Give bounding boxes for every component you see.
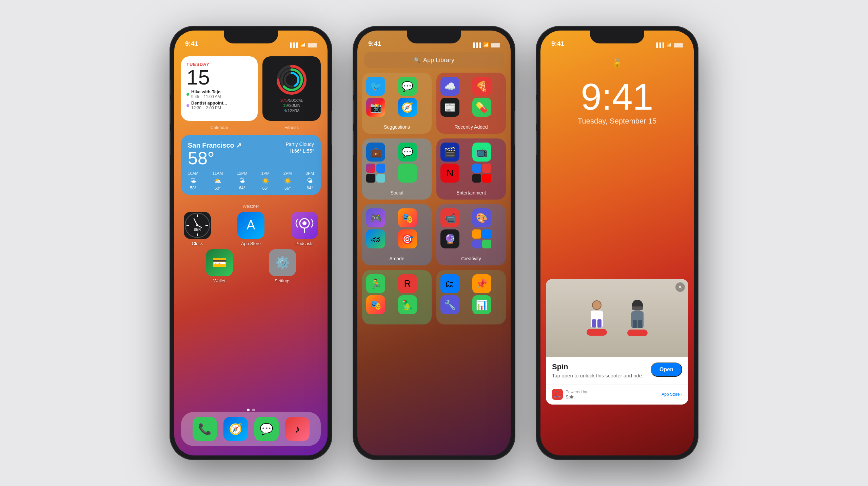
weather-hourly: 10AM 🌤 58° 11AM ⛅ 60° 12PM 🌤 64° 1PM ☀️ [188, 171, 314, 191]
event-dot [186, 93, 189, 96]
signal-icon: ▐▐▐ [289, 42, 298, 48]
fitness-widget[interactable]: 375/500CAL 19/30MIN 4/12HRS [262, 56, 321, 121]
fitness-label: Fitness [262, 125, 321, 130]
entertainment-label: Entertainment [440, 190, 502, 195]
dock-safari[interactable]: 🧭 [220, 417, 251, 441]
game3-icon: 🏎 [366, 229, 385, 248]
dock-phone[interactable]: 📞 [189, 417, 220, 441]
settings-app[interactable]: ⚙️ Settings [266, 249, 299, 283]
creativity-icons: 📹 🎨 🔮 [440, 208, 502, 248]
search-placeholder: App Library [423, 57, 454, 64]
event-1-time: 9:45 – 11:00 AM [191, 94, 221, 99]
svg-point-17 [302, 221, 307, 225]
cal-event-1: Hike with Tejo 9:45 – 11:00 AM [186, 89, 252, 99]
weather-widget[interactable]: San Francisco ↗ 58° Partly Cloudy H:66° … [181, 135, 321, 195]
app-grid-row-2: 💳 Wallet ⚙️ Settings [181, 249, 321, 283]
wallet-icon: 💳 [206, 249, 233, 276]
phone-home-screen: 9:41 ▐▐▐ 📶 ▓▓▓ TUESDAY 15 Hike with Tejo… [170, 26, 332, 460]
game1-icon: 🎮 [366, 208, 385, 227]
lockscreen-date: Tuesday, September 15 [540, 117, 694, 126]
notif-photo: ✕ [546, 279, 688, 357]
silent-button-3[interactable] [536, 80, 537, 95]
weather-label: Weather [181, 204, 321, 209]
wechat-icon: 💬 [398, 143, 417, 162]
lib-row-1: 🐦 💬 📸 🧭 Suggestions ☁️ 🍕 📰 💊 Recently [362, 73, 506, 134]
scooter-scene [546, 279, 688, 357]
netflix-icon: N [440, 164, 459, 183]
game4-icon: 🎯 [398, 229, 417, 248]
health4-icon: 🦜 [398, 295, 417, 314]
weather-hour-2: 12PM 🌤 64° [237, 171, 247, 191]
folder-entertainment[interactable]: 🎬 📺 N Entertainment [436, 138, 506, 200]
fitness-hrs: 4/12HRS [280, 108, 303, 113]
power-button[interactable] [331, 111, 332, 145]
cloud-icon: ☁️ [440, 77, 459, 96]
music-icon: ♪ [285, 417, 310, 441]
notch-2 [407, 31, 461, 43]
lockscreen-hour: 9:41 [540, 78, 694, 115]
lib-row-2: 💼 💬 Social 🎬 [362, 138, 506, 200]
safari-icon: 🧭 [223, 417, 248, 441]
clock-app[interactable]: BER Clock [181, 212, 214, 246]
volume-down-button-3[interactable] [536, 131, 537, 155]
power-button-3[interactable] [697, 111, 698, 145]
weather-hour-1: 11AM ⛅ 60° [212, 171, 223, 191]
appstore-link[interactable]: App Store › [662, 392, 682, 397]
folder-creativity[interactable]: 📹 🎨 🔮 Creativity [436, 204, 506, 265]
signal-icon-2: ▐▐▐ [472, 42, 481, 48]
fitness-stats: 375/500CAL 19/30MIN 4/12HRS [280, 98, 303, 113]
volume-down-button-2[interactable] [353, 131, 354, 155]
volume-down-button[interactable] [170, 131, 171, 155]
spin-app-icon: 🛴 [552, 389, 563, 400]
app-library-search[interactable]: 🔍 App Library [364, 52, 504, 68]
podcasts-app[interactable]: Podcasts [288, 212, 321, 246]
creativity-mini [472, 229, 491, 248]
notif-content: Spin Tap open to unlock this scooter and… [546, 357, 688, 383]
volume-up-button[interactable] [170, 100, 171, 124]
creativity-label: Creativity [440, 256, 502, 261]
fitness-rings [276, 64, 307, 95]
appstore-app[interactable]: A App Store [235, 212, 267, 246]
volume-up-button-2[interactable] [353, 100, 354, 124]
notification-card[interactable]: ✕ [546, 279, 688, 405]
status-icons-2: ▐▐▐ 📶 ▓▓▓ [472, 39, 500, 48]
social-label: Social [366, 190, 428, 195]
calendar-widget[interactable]: TUESDAY 15 Hike with Tejo 9:45 – 11:00 A… [181, 56, 258, 121]
silent-button-2[interactable] [353, 80, 354, 95]
power-button-2[interactable] [514, 111, 515, 145]
folder-suggestions[interactable]: 🐦 💬 📸 🧭 Suggestions [362, 73, 432, 134]
lock-screen: 9:41 ▐▐▐ 📶 ▓▓▓ 🔓 9:41 Tuesday, September… [540, 31, 694, 455]
clock-label: Clock [192, 241, 203, 246]
folder-utilities[interactable]: 🗂 📌 🔧 📊 [436, 270, 506, 324]
lib-row-3: 🎮 🎭 🏎 🎯 Arcade 📹 🎨 🔮 [362, 204, 506, 265]
folder-arcade[interactable]: 🎮 🎭 🏎 🎯 Arcade [362, 204, 432, 265]
weather-hour-0: 10AM 🌤 58° [188, 171, 198, 191]
app-grid-row: BER Clock A App Store [181, 212, 321, 246]
health3-icon: 🎭 [366, 295, 385, 314]
entertainment-mini [472, 164, 491, 183]
pharma-icon: 💊 [472, 98, 491, 117]
notif-open-button[interactable]: Open [651, 362, 682, 377]
podcasts-icon [291, 212, 318, 239]
folder-health[interactable]: 🏃 R 🎭 🦜 [362, 270, 432, 324]
messages-icon: 💬 [254, 417, 279, 441]
arcade-icons: 🎮 🎭 🏎 🎯 [366, 208, 428, 248]
page-dot-2 [252, 409, 255, 411]
notif-close-button[interactable]: ✕ [675, 282, 685, 292]
pizza-icon: 🍕 [472, 77, 491, 96]
utilities-icons: 🗂 📌 🔧 📊 [440, 274, 502, 314]
silent-button[interactable] [170, 80, 171, 95]
video-icon: 📹 [440, 208, 459, 227]
util2-icon: 📌 [472, 274, 491, 293]
svg-text:A: A [246, 218, 255, 232]
battery-icon: ▓▓▓ [308, 42, 317, 47]
dock-music[interactable]: ♪ [282, 417, 313, 441]
volume-up-button-3[interactable] [536, 100, 537, 124]
battery-icon-3: ▓▓▓ [674, 42, 683, 47]
dock-messages[interactable]: 💬 [251, 417, 282, 441]
podcasts-label: Podcasts [295, 241, 313, 246]
wallet-app[interactable]: 💳 Wallet [203, 249, 236, 283]
folder-social[interactable]: 💼 💬 Social [362, 138, 432, 200]
weather-temp: 58° [188, 149, 242, 167]
folder-recently-added[interactable]: ☁️ 🍕 📰 💊 Recently Added [436, 73, 506, 134]
